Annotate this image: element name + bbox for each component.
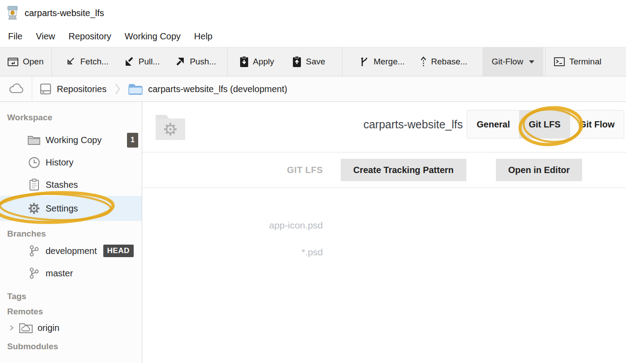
git-flow-button[interactable]: Git-Flow [482, 47, 543, 76]
breadcrumb-repositories[interactable]: Repositories [57, 84, 106, 94]
push-button[interactable]: Push... [169, 47, 222, 76]
save-stash-button[interactable]: Save [286, 47, 331, 76]
toolbar: Open Fetch... Pull... Push... [0, 47, 626, 76]
sidebar-item-branch-development[interactable]: development HEAD [0, 240, 142, 262]
settings-panel: carparts-website_lfs General Git LFS Git… [142, 102, 626, 363]
branch-icon [27, 245, 41, 257]
lfs-pattern-item: *.psd [142, 247, 323, 258]
terminal-label: Terminal [569, 57, 601, 67]
clock-icon [27, 157, 41, 169]
open-label: Open [23, 57, 43, 67]
create-tracking-pattern-button[interactable]: Create Tracking Pattern [341, 159, 466, 181]
sidebar-item-label: development [46, 246, 97, 256]
merge-button[interactable]: Merge... [353, 47, 411, 76]
window-title: carparts-website_lfs [25, 8, 104, 18]
title-bar: carparts-website_lfs [0, 0, 626, 26]
menu-help[interactable]: Help [194, 31, 212, 42]
toolbar-separator [51, 47, 52, 76]
tab-git-flow[interactable]: Git Flow [570, 110, 624, 138]
sidebar-item-history[interactable]: History [0, 151, 142, 174]
menu-repository[interactable]: Repository [68, 31, 111, 42]
folder-icon [27, 135, 41, 145]
menu-view[interactable]: View [36, 31, 55, 42]
sidebar-section-workspace: Workspace [0, 112, 142, 123]
menu-bar: File View Repository Working Copy Help [0, 26, 626, 47]
tab-general[interactable]: General [467, 110, 519, 138]
sidebar-item-branch-master[interactable]: master [0, 262, 142, 284]
menu-working-copy[interactable]: Working Copy [125, 31, 181, 42]
open-folder-icon [7, 56, 19, 67]
sourcetree-app-icon [6, 6, 19, 20]
toolbar-separator [342, 47, 343, 76]
rebase-button[interactable]: Rebase... [414, 47, 474, 76]
branch-icon [27, 267, 41, 279]
fetch-icon [65, 56, 76, 67]
sidebar-item-label: Stashes [46, 180, 78, 190]
push-icon [175, 56, 186, 67]
terminal-icon [554, 56, 565, 67]
sidebar-item-remote-origin[interactable]: origin [0, 317, 142, 338]
settings-tabs: General Git LFS Git Flow [467, 110, 624, 139]
gear-icon [27, 202, 41, 215]
menu-file[interactable]: File [8, 31, 22, 42]
merge-label: Merge... [373, 57, 405, 67]
open-button[interactable]: Open [0, 47, 51, 76]
fetch-label: Fetch... [80, 57, 108, 67]
pull-label: Pull... [139, 57, 160, 67]
settings-header: carparts-website_lfs General Git LFS Git… [142, 102, 626, 152]
sidebar-item-label: Working Copy [46, 135, 102, 145]
sidebar-section-tags: Tags [0, 291, 142, 302]
open-in-editor-button[interactable]: Open in Editor [496, 159, 583, 181]
lfs-pattern-item: app-icon.psd [142, 220, 323, 231]
repo-settings-folder-icon [154, 112, 187, 143]
sidebar-section-branches: Branches [0, 228, 142, 240]
chevron-right-icon [114, 82, 121, 96]
head-badge: HEAD [103, 245, 134, 257]
sidebar-item-label: History [46, 157, 73, 168]
toolbar-separator [227, 47, 228, 76]
sidebar: Workspace Working Copy 1 [0, 102, 142, 363]
repo-folder-icon [128, 83, 143, 95]
sidebar-item-label: Settings [46, 203, 78, 214]
sidebar-item-stashes[interactable]: Stashes [0, 174, 142, 196]
git-lfs-section-row: GIT LFS Create Tracking Pattern Open in … [142, 152, 626, 188]
sourcetree-window: carparts-website_lfs File View Repositor… [0, 0, 626, 364]
dropdown-arrow-icon [529, 60, 534, 63]
breadcrumb-separator [32, 76, 32, 102]
rebase-label: Rebase... [431, 57, 467, 67]
sidebar-item-label: master [46, 268, 73, 279]
terminal-button[interactable]: Terminal [547, 47, 608, 76]
remote-folder-icon [19, 322, 33, 334]
save-label: Save [306, 57, 325, 67]
git-lfs-section-label: GIT LFS [287, 165, 323, 175]
pull-button[interactable]: Pull... [118, 47, 166, 76]
fetch-button[interactable]: Fetch... [59, 47, 114, 76]
git-flow-label: Git-Flow [491, 57, 523, 67]
clipboard-icon [27, 178, 41, 191]
save-clipboard-icon [292, 56, 302, 68]
sidebar-section-remotes: Remotes [0, 306, 142, 317]
apply-stash-button[interactable]: Apply [233, 47, 281, 76]
lfs-pattern-list: app-icon.psd *.psd [142, 220, 626, 258]
repo-title: carparts-website_lfs [364, 118, 463, 131]
apply-clipboard-icon [239, 56, 249, 68]
rebase-icon [420, 56, 427, 67]
working-copy-count-badge: 1 [127, 133, 138, 148]
breadcrumb-current-repo[interactable]: carparts-website_lfs (development) [148, 84, 287, 94]
sidebar-item-settings[interactable]: Settings [0, 196, 142, 221]
tab-git-lfs[interactable]: Git LFS [519, 110, 570, 138]
sidebar-section-submodules: Submodules [0, 341, 142, 352]
cloud-icon[interactable] [8, 83, 25, 95]
sidebar-item-working-copy[interactable]: Working Copy 1 [0, 129, 142, 151]
expander-chevron-icon[interactable] [8, 323, 15, 332]
push-label: Push... [190, 57, 216, 67]
pull-icon [124, 56, 135, 67]
merge-icon [360, 56, 369, 67]
breadcrumb: Repositories carparts-website_lfs (devel… [0, 76, 626, 102]
repositories-drive-icon[interactable] [39, 83, 52, 95]
apply-label: Apply [253, 57, 275, 67]
toolbar-separator [545, 47, 546, 76]
sidebar-item-label: origin [38, 323, 59, 333]
